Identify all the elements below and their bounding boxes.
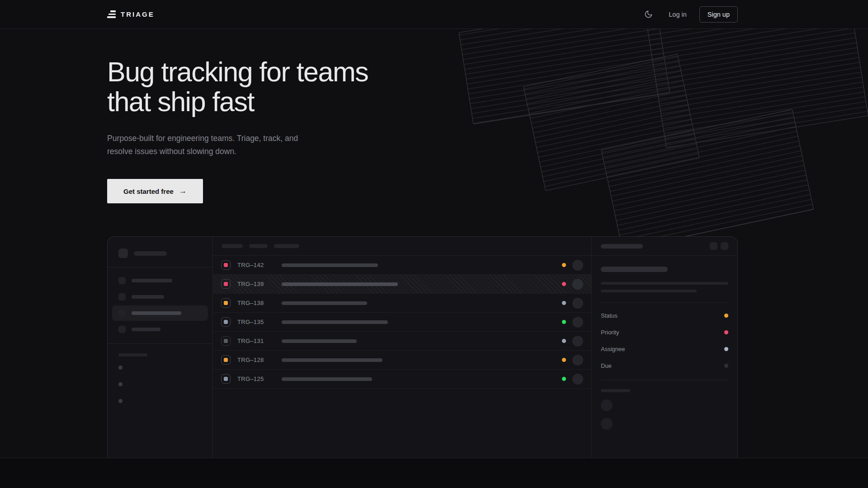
activity-label-skeleton — [601, 389, 630, 392]
hero-subtext-line2: resolve issues without slowing down. — [107, 147, 236, 156]
sidebar-item-skeleton — [112, 322, 208, 337]
sidebar-item-skeleton — [112, 273, 208, 288]
theme-toggle-button[interactable] — [641, 7, 656, 22]
detail-title-bar-skeleton — [601, 244, 643, 249]
moon-icon — [644, 10, 653, 19]
status-dot — [562, 339, 566, 343]
issue-type-icon — [221, 336, 231, 346]
mockup-sidebar — [108, 237, 213, 458]
field-value-dot — [724, 347, 728, 351]
issue-row: TRG–139 — [213, 275, 591, 294]
sidebar-item-bar — [132, 311, 181, 315]
field-label: Status — [601, 312, 618, 319]
issue-title-skeleton — [282, 282, 398, 286]
sidebar-dot-skeleton — [118, 399, 123, 403]
issue-row: TRG–131 — [213, 332, 591, 351]
status-dot — [562, 377, 566, 381]
issue-row: TRG–135 — [213, 313, 591, 332]
signup-button[interactable]: Sign up — [699, 6, 738, 23]
status-dot — [562, 358, 566, 362]
sidebar-item-icon-skeleton — [118, 326, 126, 333]
sidebar-item-skeleton — [112, 305, 208, 321]
detail-header-skeleton — [592, 237, 737, 256]
detail-field-list: Status Priority Assignee Due — [601, 307, 728, 374]
field-value-dot — [724, 330, 728, 334]
sidebar-item-skeleton — [112, 289, 208, 305]
issue-list-toolbar-skeleton — [213, 237, 591, 256]
toolbar-pill-skeleton — [222, 244, 243, 248]
hero-section: Bug tracking for teams that ship fast Pu… — [107, 57, 368, 203]
get-started-button[interactable]: Get started free → — [107, 179, 203, 203]
sidebar-dot-skeleton — [118, 382, 123, 386]
issue-title-skeleton — [282, 320, 388, 324]
workspace-icon-skeleton — [118, 249, 128, 258]
nav-actions: Log in Sign up — [641, 6, 738, 23]
toolbar-pill-skeleton — [274, 244, 299, 248]
mockup-detail-panel: Status Priority Assignee Due — [591, 237, 737, 458]
app-mockup: TRG–142 TRG–139 TRG–138 TRG–135 TRG– — [107, 236, 738, 458]
issue-key: TRG–138 — [237, 300, 265, 306]
detail-field-row: Status — [601, 307, 728, 324]
detail-field-row: Priority — [601, 324, 728, 341]
detail-field-row: Due — [601, 357, 728, 374]
login-link[interactable]: Log in — [669, 11, 687, 18]
sidebar-nav-list — [108, 267, 212, 343]
sidebar-header-skeleton — [108, 246, 212, 267]
assignee-avatar — [572, 355, 583, 366]
hero-heading-line1: Bug tracking for teams — [107, 56, 368, 87]
get-started-label: Get started free — [123, 188, 174, 195]
issue-title-skeleton — [282, 358, 382, 362]
hero-heading-line2: that ship fast — [107, 86, 254, 117]
sidebar-item-bar — [132, 279, 172, 282]
field-label: Assignee — [601, 346, 625, 352]
issue-row: TRG–125 — [213, 370, 591, 389]
detail-action-icon-skeleton — [710, 242, 717, 250]
brand-name: TRIAGE — [121, 10, 155, 18]
issue-key: TRG–139 — [237, 281, 265, 287]
assignee-avatar — [572, 279, 583, 290]
issue-key: TRG–135 — [237, 319, 265, 325]
detail-text-skeleton — [601, 282, 728, 285]
issue-type-icon — [221, 298, 231, 308]
issue-type-icon — [221, 317, 231, 327]
issue-title-skeleton — [282, 339, 357, 343]
issue-row: TRG–138 — [213, 294, 591, 313]
issue-type-icon — [221, 279, 231, 289]
detail-field-row: Assignee — [601, 341, 728, 357]
status-dot — [562, 320, 566, 324]
footer — [0, 458, 868, 488]
issue-key: TRG–128 — [237, 357, 265, 363]
triage-logo-icon — [107, 10, 116, 18]
sidebar-item-bar — [132, 328, 160, 331]
assignee-avatar — [572, 336, 583, 347]
sidebar-section-label-skeleton — [108, 344, 212, 358]
issue-type-icon — [221, 355, 231, 365]
section-bar-skeleton — [118, 353, 147, 357]
workspace-name-skeleton — [134, 251, 167, 256]
arrow-right-icon: → — [179, 187, 187, 196]
hero-subtext-line1: Purpose-built for engineering teams. Tri… — [107, 134, 298, 143]
assignee-avatar — [572, 260, 583, 271]
issue-title-skeleton — [282, 377, 372, 381]
issue-row: TRG–128 — [213, 351, 591, 370]
avatar — [601, 418, 613, 430]
field-label: Due — [601, 362, 612, 369]
divider — [601, 302, 728, 303]
issue-type-icon — [221, 374, 231, 384]
brand-logo[interactable]: TRIAGE — [107, 10, 155, 18]
sidebar-item-bar — [132, 295, 164, 299]
detail-body: Status Priority Assignee Due — [592, 256, 737, 430]
assignee-avatar — [572, 374, 583, 385]
issue-title-skeleton — [282, 301, 367, 305]
sidebar-dot-skeleton — [118, 366, 123, 370]
top-nav: TRIAGE Log in Sign up — [0, 0, 868, 29]
toolbar-pill-skeleton — [249, 244, 268, 248]
avatar — [601, 399, 613, 411]
issue-key: TRG–125 — [237, 375, 265, 382]
issue-title-skeleton — [282, 263, 378, 267]
status-dot — [562, 282, 566, 286]
sidebar-item-icon-skeleton — [118, 277, 126, 284]
detail-text-skeleton — [601, 290, 697, 292]
assignee-avatar — [572, 298, 583, 309]
field-value-dot — [724, 364, 728, 368]
